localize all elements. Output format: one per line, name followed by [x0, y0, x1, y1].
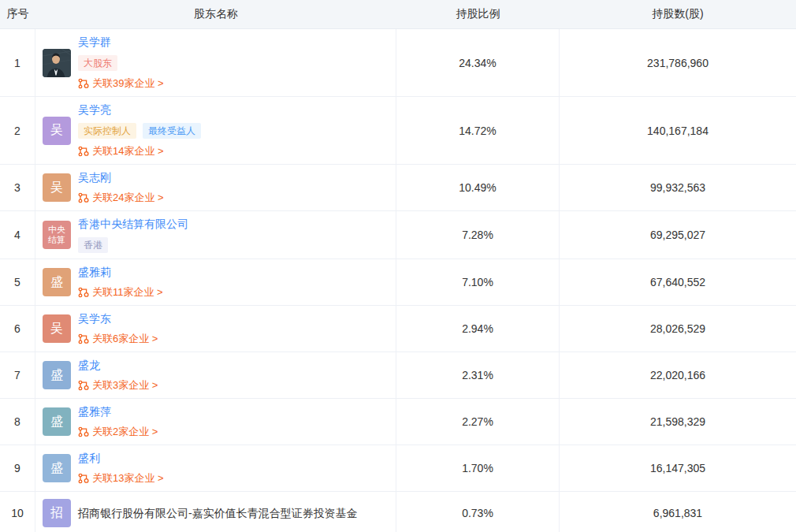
letter-avatar[interactable]: 吴: [43, 173, 71, 202]
org-chart-icon: [78, 333, 89, 344]
shareholder-name-link[interactable]: 吴志刚: [78, 170, 164, 185]
name-block: 香港中央结算有限公司 香港: [78, 217, 188, 253]
tag-danger: 大股东: [78, 55, 117, 71]
shareholder-table: 序号 股东名称 持股比例 持股数(股) 1 吴学群 大股东: [0, 0, 796, 532]
holding-shares: 140,167,184: [647, 125, 709, 137]
holding-ratio: 7.28%: [462, 229, 493, 241]
org-chart-icon: [78, 287, 89, 298]
tag-list: 大股东: [78, 55, 164, 71]
letter-avatar[interactable]: 盛: [43, 407, 71, 436]
table-row: 1 吴学群 大股东 关联39家企业 > 24: [0, 29, 796, 97]
holding-ratio: 10.49%: [459, 181, 496, 194]
name-block: 招商银行股份有限公司-嘉实价值长青混合型证券投资基金: [78, 506, 358, 521]
tag-info: 香港: [78, 237, 108, 253]
row-index: 6: [14, 322, 20, 335]
table-row: 10 招 招商银行股份有限公司-嘉实价值长青混合型证券投资基金 0.73% 6,…: [0, 492, 796, 532]
shareholder-name-link[interactable]: 香港中央结算有限公司: [78, 217, 188, 232]
header-index: 序号: [0, 7, 35, 21]
holding-shares: 22,020,166: [650, 369, 705, 381]
tag-warning: 实际控制人: [78, 123, 136, 139]
header-shareholder-name: 股东名称: [35, 7, 396, 21]
org-chart-icon: [78, 473, 89, 484]
letter-avatar[interactable]: 吴: [43, 117, 71, 145]
shareholder-name-link[interactable]: 盛龙: [78, 358, 158, 373]
row-index: 7: [14, 369, 20, 381]
tag-list: 实际控制人最终受益人: [78, 123, 201, 139]
table-body: 1 吴学群 大股东 关联39家企业 > 24: [0, 29, 796, 532]
table-row: 9 盛 盛利 关联13家企业 > 1.70%: [0, 445, 796, 492]
holding-shares: 28,026,529: [650, 322, 705, 335]
shareholder-name-link[interactable]: 吴学东: [78, 311, 158, 326]
related-companies-link[interactable]: 关联6家企业 >: [78, 332, 158, 346]
holding-ratio: 14.72%: [459, 125, 496, 137]
related-companies-label: 关联13家企业 >: [92, 471, 164, 485]
name-block: 吴学群 大股东 关联39家企业 >: [78, 35, 164, 91]
related-companies-link[interactable]: 关联3家企业 >: [78, 378, 158, 392]
letter-avatar[interactable]: 中央结算: [43, 221, 71, 249]
name-block: 吴学亮 实际控制人最终受益人 关联14家企业 >: [78, 102, 201, 158]
holding-ratio: 0.73%: [462, 507, 493, 519]
row-index: 3: [14, 181, 20, 194]
table-row: 3 吴 吴志刚 关联24家企业 > 10.4: [0, 165, 796, 211]
table-row: 4 中央结算 香港中央结算有限公司 香港 7.28% 69,295,027: [0, 211, 796, 259]
related-companies-link[interactable]: 关联14家企业 >: [78, 144, 201, 158]
holding-ratio: 2.94%: [462, 322, 493, 335]
letter-avatar[interactable]: 招: [43, 499, 71, 527]
table-row: 7 盛 盛龙 关联3家企业 > 2.31%: [0, 352, 796, 399]
table-row: 8 盛 盛雅萍 关联2家企业 > 2.27%: [0, 399, 796, 445]
table-row: 6 吴 吴学东 关联6家企业 > 2.94%: [0, 306, 796, 352]
letter-avatar[interactable]: 盛: [43, 268, 71, 296]
tag-primary: 最终受益人: [143, 123, 201, 139]
related-companies-label: 关联39家企业 >: [92, 76, 164, 91]
holding-shares: 69,295,027: [650, 229, 705, 241]
shareholder-name-link[interactable]: 盛利: [78, 451, 164, 466]
org-chart-icon: [78, 192, 89, 203]
related-companies-label: 关联3家企业 >: [92, 378, 158, 392]
row-index: 10: [11, 507, 24, 519]
holding-shares: 231,786,960: [647, 57, 709, 69]
portrait-photo: [43, 49, 71, 77]
related-companies-label: 关联2家企业 >: [92, 425, 158, 439]
photo-avatar[interactable]: [43, 49, 71, 77]
row-index: 4: [14, 229, 20, 241]
holding-shares: 21,598,329: [650, 415, 705, 428]
related-companies-link[interactable]: 关联24家企业 >: [78, 191, 164, 205]
name-block: 吴学东 关联6家企业 >: [78, 311, 158, 346]
holding-shares: 99,932,563: [650, 181, 705, 194]
related-companies-link[interactable]: 关联13家企业 >: [78, 471, 164, 485]
holding-ratio: 1.70%: [462, 462, 493, 474]
holding-ratio: 2.27%: [462, 415, 493, 428]
holding-ratio: 24.34%: [459, 57, 496, 69]
table-row: 5 盛 盛雅莉 关联11家企业 > 7.10: [0, 259, 796, 306]
shareholder-name-link[interactable]: 盛雅萍: [78, 404, 158, 419]
related-companies-link[interactable]: 关联2家企业 >: [78, 425, 158, 439]
related-companies-label: 关联6家企业 >: [92, 332, 158, 346]
shareholder-name-link[interactable]: 吴学亮: [78, 102, 201, 117]
letter-avatar[interactable]: 盛: [43, 361, 71, 389]
row-index: 9: [14, 462, 20, 474]
header-holding-shares: 持股数(股): [560, 7, 796, 21]
name-block: 盛龙 关联3家企业 >: [78, 358, 158, 392]
table-row: 2 吴 吴学亮 实际控制人最终受益人 关联14家企业 >: [0, 97, 796, 165]
shareholder-name-link[interactable]: 盛雅莉: [78, 265, 163, 280]
holding-shares: 16,147,305: [650, 462, 705, 474]
letter-avatar[interactable]: 盛: [43, 454, 71, 482]
shareholder-name: 招商银行股份有限公司-嘉实价值长青混合型证券投资基金: [78, 506, 358, 521]
related-companies-link[interactable]: 关联39家企业 >: [78, 76, 164, 91]
related-companies-label: 关联14家企业 >: [92, 144, 164, 158]
shareholder-name-link[interactable]: 吴学群: [78, 35, 164, 50]
row-index: 8: [14, 415, 20, 428]
row-index: 2: [14, 125, 20, 137]
holding-ratio: 2.31%: [462, 369, 493, 381]
org-chart-icon: [78, 426, 89, 437]
row-index: 5: [14, 276, 20, 288]
related-companies-link[interactable]: 关联11家企业 >: [78, 285, 163, 299]
row-index: 1: [14, 57, 20, 69]
holding-shares: 67,640,552: [650, 276, 705, 288]
name-block: 盛雅萍 关联2家企业 >: [78, 404, 158, 439]
name-block: 盛雅莉 关联11家企业 >: [78, 265, 163, 299]
table-header: 序号 股东名称 持股比例 持股数(股): [0, 0, 796, 29]
related-companies-label: 关联24家企业 >: [92, 191, 164, 205]
letter-avatar[interactable]: 吴: [43, 314, 71, 343]
related-companies-label: 关联11家企业 >: [92, 285, 163, 299]
